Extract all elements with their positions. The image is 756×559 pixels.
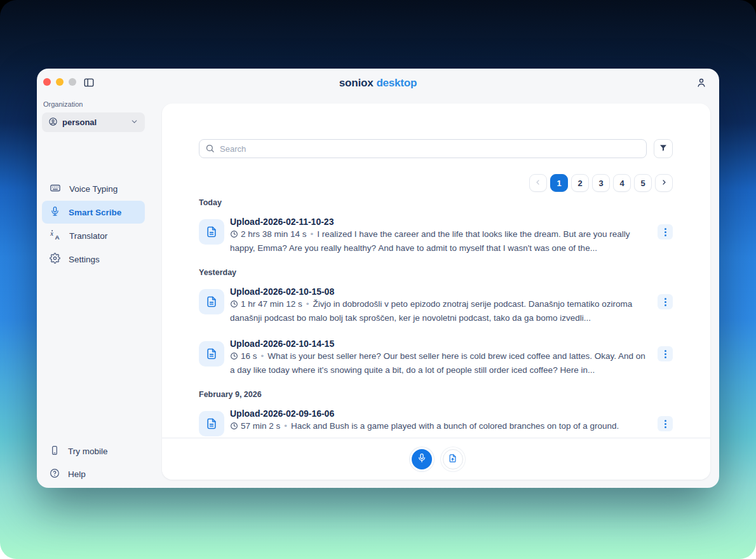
sidebar-item-label: Settings	[69, 255, 100, 264]
ellipsis-vertical-icon	[665, 298, 666, 306]
ellipsis-vertical-icon	[665, 350, 666, 358]
search-box	[199, 139, 647, 158]
gear-icon	[50, 253, 60, 266]
sidebar-item-label: Help	[68, 469, 86, 479]
translate-icon: x A	[50, 229, 61, 243]
keyboard-icon	[50, 182, 61, 196]
svg-text:A: A	[55, 234, 60, 241]
recording-title: Upload-2026-02-11-10-23	[230, 215, 652, 228]
search-input[interactable]	[199, 139, 647, 158]
user-icon	[696, 81, 707, 90]
page-button-5[interactable]: 5	[634, 174, 652, 192]
microphone-icon	[50, 206, 60, 219]
document-icon	[199, 411, 224, 436]
pagination-prev-button[interactable]	[529, 174, 547, 192]
page-button-2[interactable]: 2	[571, 174, 589, 192]
ellipsis-vertical-icon	[665, 228, 666, 236]
date-group: February 9, 2026 Upload-2026-02-09-16-06…	[199, 389, 673, 436]
organization-name: personal	[62, 118, 126, 127]
record-button[interactable]	[410, 447, 434, 471]
sidebar-item-help[interactable]: Help	[42, 462, 93, 485]
pagination: 12345	[529, 174, 673, 192]
desktop-background: sonioxdesktop Organization personal	[0, 0, 756, 559]
filter-button[interactable]	[654, 139, 673, 158]
recording-duration: 57 min 2 s	[241, 421, 280, 431]
recording-snippet: Hack and Bush is a game played with a bu…	[291, 421, 619, 431]
pagination-next-button[interactable]	[655, 174, 673, 192]
recording-meta: 16 s•What is your best seller here? Our …	[230, 350, 652, 375]
document-icon	[199, 219, 224, 245]
date-group: Today Upload-2026-02-11-10-23 2 hrs 38 m…	[199, 198, 673, 253]
clock-icon	[230, 299, 238, 312]
document-icon	[199, 289, 224, 314]
row-menu-button[interactable]	[658, 416, 673, 431]
page-button-3[interactable]: 3	[592, 174, 610, 192]
recording-duration: 16 s	[241, 351, 257, 361]
recording-duration: 2 hrs 38 min 14 s	[241, 229, 307, 239]
recording-title: Upload-2026-02-09-16-06	[230, 407, 652, 420]
clock-icon	[230, 351, 238, 364]
date-group-label: Yesterday	[199, 267, 673, 278]
mobile-icon	[50, 445, 60, 457]
sidebar-nav: Voice Typing Smart Scribe x	[42, 177, 145, 271]
date-group: Yesterday Upload-2026-02-10-15-08 1 hr 4…	[199, 267, 673, 375]
search-row	[199, 139, 673, 158]
main-panel: 12345 Today Upload-2026-02-11-10-23	[162, 104, 710, 480]
document-icon	[199, 341, 224, 367]
recording-row[interactable]: Upload-2026-02-11-10-23 2 hrs 38 min 14 …	[199, 215, 673, 253]
ellipsis-vertical-icon	[665, 420, 666, 428]
row-menu-button[interactable]	[658, 346, 673, 361]
organization-selector[interactable]: personal	[42, 112, 145, 132]
recording-duration: 1 hr 47 min 12 s	[241, 299, 302, 309]
help-icon	[50, 468, 60, 480]
recording-row[interactable]: Upload-2026-02-10-14-15 16 s•What is you…	[199, 337, 673, 375]
recording-meta: 2 hrs 38 min 14 s•I realized I have the …	[230, 228, 652, 253]
page-button-4[interactable]: 4	[613, 174, 631, 192]
file-upload-icon	[448, 454, 457, 465]
bullet-separator: •	[284, 421, 287, 431]
organization-label: Organization	[43, 100, 150, 108]
chevron-down-icon	[130, 118, 138, 128]
sidebar-item-label: Smart Scribe	[69, 208, 121, 217]
mic-icon	[417, 453, 427, 465]
pagination-pages: 12345	[550, 174, 652, 192]
recording-meta: 57 min 2 s•Hack and Bush is a game playe…	[230, 420, 652, 434]
sidebar-item-label: Translator	[69, 231, 107, 241]
recordings-list: Today Upload-2026-02-11-10-23 2 hrs 38 m…	[199, 198, 673, 438]
sidebar-item-settings[interactable]: Settings	[42, 248, 145, 271]
date-group-label: Today	[199, 198, 673, 208]
account-button[interactable]	[694, 76, 709, 91]
page-button-1[interactable]: 1	[550, 174, 568, 192]
bullet-separator: •	[306, 299, 309, 309]
upload-file-button[interactable]	[443, 449, 463, 469]
logo-brand: soniox	[339, 77, 374, 89]
row-menu-button[interactable]	[658, 294, 673, 309]
sidebar: Organization personal	[42, 100, 150, 488]
app-logo: sonioxdesktop	[37, 77, 719, 90]
clock-icon	[230, 421, 238, 434]
recording-row[interactable]: Upload-2026-02-10-15-08 1 hr 47 min 12 s…	[199, 285, 673, 323]
sidebar-item-try-mobile[interactable]: Try mobile	[42, 440, 116, 462]
search-icon	[205, 144, 215, 156]
recording-snippet: What is your best seller here? Our best …	[230, 351, 645, 375]
filter-icon	[659, 144, 668, 154]
date-group-label: February 9, 2026	[199, 389, 673, 400]
recording-title: Upload-2026-02-10-14-15	[230, 337, 652, 350]
sidebar-item-label: Try mobile	[68, 447, 108, 456]
sidebar-footer: Try mobile Help	[42, 440, 145, 485]
logo-suffix: desktop	[376, 77, 417, 89]
sidebar-item-voice-typing[interactable]: Voice Typing	[42, 177, 145, 200]
sidebar-item-smart-scribe[interactable]: Smart Scribe	[42, 201, 145, 224]
sidebar-item-label: Voice Typing	[69, 184, 118, 194]
chevron-left-icon	[534, 178, 542, 188]
recording-row[interactable]: Upload-2026-02-09-16-06 57 min 2 s•Hack …	[199, 407, 673, 436]
recording-meta: 1 hr 47 min 12 s•Živjo in dobrodošli v p…	[230, 298, 652, 323]
bullet-separator: •	[261, 351, 264, 361]
bullet-separator: •	[311, 229, 314, 239]
svg-text:x: x	[50, 231, 53, 237]
bottom-action-bar	[162, 438, 710, 480]
sidebar-item-translator[interactable]: x A Translator	[42, 224, 145, 247]
clock-icon	[230, 229, 238, 242]
row-menu-button[interactable]	[658, 224, 673, 239]
chevron-right-icon	[660, 178, 668, 188]
